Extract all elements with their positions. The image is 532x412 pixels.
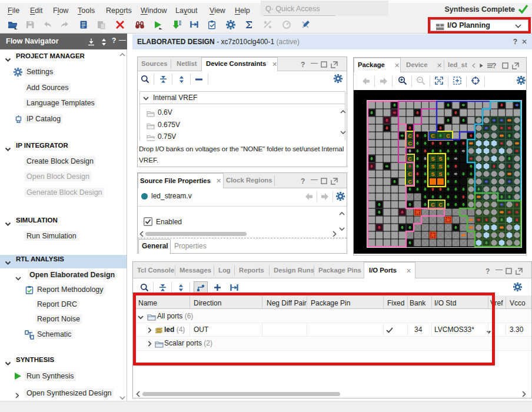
svg-text:C: C: [431, 133, 435, 139]
svg-text:C: C: [446, 133, 450, 139]
svg-text:S: S: [431, 156, 434, 162]
svg-text:S: S: [431, 164, 434, 170]
svg-text:C: C: [438, 202, 443, 208]
svg-text:S: S: [438, 171, 442, 177]
svg-text:S: S: [438, 156, 442, 162]
svg-text:C: C: [408, 141, 412, 147]
svg-text:C: C: [431, 202, 435, 208]
svg-text:C: C: [408, 171, 412, 177]
svg-text:C: C: [408, 156, 412, 162]
svg-text:C: C: [408, 179, 412, 185]
svg-text:S: S: [431, 171, 434, 177]
svg-text:S: S: [438, 164, 442, 170]
svg-text:C: C: [408, 133, 412, 139]
